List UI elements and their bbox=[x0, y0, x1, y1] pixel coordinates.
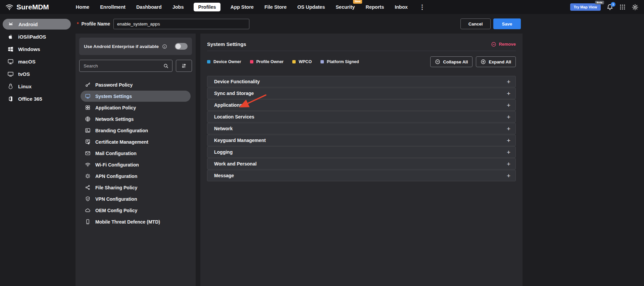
sidebar-item-windows[interactable]: Windows bbox=[3, 44, 71, 54]
circle-minus-icon bbox=[491, 42, 496, 47]
system-settings-panel: System Settings Remove Device Owner bbox=[200, 34, 523, 286]
section-sync-and-storage[interactable]: Sync and Storage + bbox=[207, 88, 516, 99]
sidebar-item-macos[interactable]: macOS bbox=[3, 56, 71, 67]
policy-item-file-sharing-policy[interactable]: File Sharing Policy bbox=[81, 182, 191, 193]
nav-file-store[interactable]: File Store bbox=[264, 3, 287, 11]
apn-icon bbox=[85, 173, 91, 179]
tv-icon bbox=[7, 71, 14, 77]
share-icon bbox=[85, 185, 91, 190]
settings-button[interactable] bbox=[632, 4, 639, 11]
sidebar-item-ios[interactable]: iOS/iPadOS bbox=[3, 31, 71, 42]
nav-app-store[interactable]: App Store bbox=[230, 3, 254, 11]
section-device-functionality[interactable]: Device Functionality + bbox=[207, 76, 516, 87]
section-logging[interactable]: Logging + bbox=[207, 146, 516, 158]
info-icon[interactable] bbox=[162, 44, 167, 49]
section-label: Logging bbox=[214, 149, 233, 155]
policy-item-vpn-configuration[interactable]: VPN Configuration bbox=[81, 193, 191, 204]
policy-item-wifi-configuration[interactable]: Wi-Fi Configuration bbox=[81, 159, 191, 170]
section-location-services[interactable]: Location Services + bbox=[207, 111, 516, 123]
policy-item-label: OEM Config Policy bbox=[95, 208, 137, 213]
policy-item-application-policy[interactable]: Application Policy bbox=[81, 102, 191, 113]
expand-plus-icon[interactable]: + bbox=[507, 90, 510, 97]
expand-all-button[interactable]: Expand All bbox=[476, 56, 516, 67]
policy-item-label: Wi-Fi Configuration bbox=[95, 162, 139, 168]
section-label: Location Services bbox=[214, 114, 254, 120]
expand-plus-icon[interactable]: + bbox=[507, 161, 510, 167]
nav-enrollment[interactable]: Enrollment bbox=[99, 3, 126, 11]
cloud-icon bbox=[85, 207, 91, 213]
sort-button[interactable] bbox=[176, 60, 192, 72]
brand[interactable]: SureMDM bbox=[5, 3, 49, 11]
expand-plus-icon[interactable]: + bbox=[507, 126, 510, 132]
policy-item-label: Mail Configuration bbox=[95, 151, 137, 156]
legend-actions: Collapse All Expand All bbox=[430, 56, 516, 67]
policy-item-label: VPN Configuration bbox=[95, 196, 137, 202]
policy-item-password-policy[interactable]: Password Policy bbox=[81, 79, 191, 90]
new-badge: New bbox=[353, 0, 362, 4]
nav-home[interactable]: Home bbox=[75, 3, 90, 11]
legend-wpco: WPCO bbox=[292, 59, 312, 64]
section-applications[interactable]: Applications + bbox=[207, 99, 516, 111]
remove-button[interactable]: Remove bbox=[491, 42, 516, 47]
enterprise-toggle[interactable] bbox=[175, 43, 188, 50]
policy-item-certificate-management[interactable]: Certificate Management bbox=[81, 136, 191, 147]
section-message[interactable]: Message + bbox=[207, 170, 516, 181]
policy-item-oem-config-policy[interactable]: OEM Config Policy bbox=[81, 205, 191, 216]
enterprise-toggle-label: Use Android Enterprise if available bbox=[84, 44, 159, 49]
policy-item-system-settings[interactable]: System Settings bbox=[81, 91, 191, 102]
cancel-button[interactable]: Cancel bbox=[460, 18, 491, 29]
legend-label: WPCO bbox=[299, 59, 312, 64]
sidebar-item-android[interactable]: Android bbox=[3, 19, 71, 30]
panel-title-row: System Settings Remove bbox=[207, 38, 516, 51]
wifi-signal-icon bbox=[5, 3, 13, 11]
settings-accordion: Device Functionality + Sync and Storage … bbox=[207, 76, 516, 181]
image-icon bbox=[85, 128, 91, 133]
expand-plus-icon[interactable]: + bbox=[507, 102, 510, 108]
expand-plus-icon[interactable]: + bbox=[507, 114, 510, 120]
sidebar-item-tvos[interactable]: tvOS bbox=[3, 68, 71, 79]
policy-item-network-settings[interactable]: Network Settings bbox=[81, 113, 191, 125]
nav-jobs[interactable]: Jobs bbox=[172, 3, 185, 11]
nav-dashboard[interactable]: Dashboard bbox=[136, 3, 162, 11]
search-input[interactable] bbox=[83, 63, 163, 69]
more-menu-kebab-icon[interactable]: ⋮ bbox=[418, 3, 427, 11]
try-map-view-button[interactable]: Try Map View Beta bbox=[570, 3, 601, 11]
sidebar-item-office365[interactable]: Office 365 bbox=[3, 93, 71, 104]
nav-os-updates[interactable]: OS Updates bbox=[297, 3, 326, 11]
apps-icon bbox=[85, 105, 91, 110]
policy-item-label: Mobile Threat Defence (MTD) bbox=[95, 219, 160, 225]
key-icon bbox=[85, 82, 91, 88]
profile-header: * Profile Name Cancel Save bbox=[76, 14, 523, 34]
policy-item-label: Network Settings bbox=[95, 116, 134, 122]
nav-reports[interactable]: Reports bbox=[365, 3, 385, 11]
section-work-and-personal[interactable]: Work and Personal + bbox=[207, 158, 516, 170]
sidebar-item-linux[interactable]: Linux bbox=[3, 81, 71, 92]
apps-launcher-button[interactable] bbox=[619, 4, 626, 10]
legend-profile-owner: Profile Owner bbox=[250, 59, 284, 64]
policy-item-apn-configuration[interactable]: APN Configuration bbox=[81, 171, 191, 182]
mail-icon bbox=[85, 150, 91, 156]
policy-item-label: File Sharing Policy bbox=[95, 185, 137, 190]
policy-item-mobile-threat-defence[interactable]: Mobile Threat Defence (MTD) bbox=[81, 216, 191, 227]
expand-plus-icon[interactable]: + bbox=[507, 79, 510, 85]
policy-item-branding-configuration[interactable]: Branding Configuration bbox=[81, 125, 191, 136]
expand-plus-icon[interactable]: + bbox=[507, 137, 510, 144]
globe-icon bbox=[85, 116, 91, 122]
notifications-button[interactable]: 1 bbox=[606, 4, 613, 11]
section-network[interactable]: Network + bbox=[207, 123, 516, 134]
save-button[interactable]: Save bbox=[493, 18, 521, 29]
expand-plus-icon[interactable]: + bbox=[507, 173, 510, 179]
profile-name-input[interactable] bbox=[113, 19, 249, 29]
expand-plus-icon[interactable]: + bbox=[507, 149, 510, 155]
nav-profiles[interactable]: Profiles bbox=[194, 3, 220, 11]
nav-inbox[interactable]: Inbox bbox=[394, 3, 408, 11]
policy-item-mail-configuration[interactable]: Mail Configuration bbox=[81, 148, 191, 159]
legend-label: Device Owner bbox=[213, 59, 241, 64]
profile-name-label: Profile Name bbox=[81, 21, 110, 27]
section-label: Network bbox=[214, 126, 233, 131]
policy-item-label: System Settings bbox=[95, 94, 132, 99]
monitor-icon bbox=[7, 58, 14, 65]
section-keyguard-management[interactable]: Keyguard Management + bbox=[207, 135, 516, 146]
collapse-all-button[interactable]: Collapse All bbox=[430, 56, 473, 67]
nav-security[interactable]: Security New bbox=[335, 3, 355, 11]
